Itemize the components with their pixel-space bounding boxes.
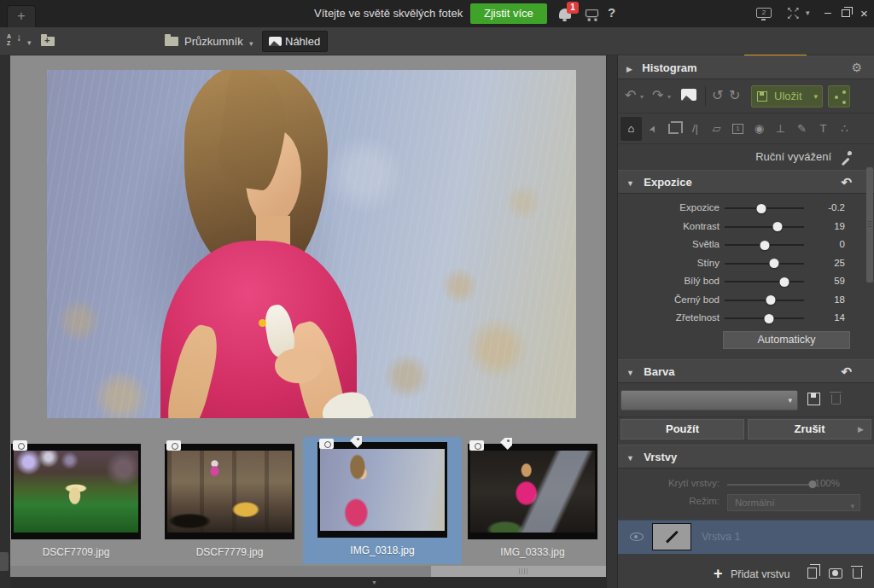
save-chevron-icon[interactable]: ▾ (813, 86, 818, 107)
undo-chevron-icon[interactable]: ▾ (640, 93, 644, 101)
histogram-title: Histogram (642, 61, 696, 74)
thumbnail-frame[interactable] (318, 442, 447, 538)
reset-exposure-icon[interactable]: ↶ (841, 171, 852, 194)
more-tools-icon[interactable]: ∴ (834, 117, 855, 141)
scrollbar-grip (868, 221, 871, 228)
straighten-tool-icon[interactable]: /| (685, 117, 706, 141)
explorer-chevron-icon[interactable]: ▾ (249, 39, 253, 48)
crop-tool-icon[interactable] (663, 117, 685, 141)
histogram-section-header[interactable]: ▶ Histogram ⚙ (618, 55, 874, 79)
fill-tool-icon[interactable]: ⊥ (770, 117, 791, 141)
slider-thumb[interactable] (779, 277, 789, 287)
add-layer-plus-icon[interactable]: + (714, 565, 723, 583)
slider-track[interactable] (725, 281, 804, 282)
explorer-folder-icon[interactable] (165, 37, 178, 46)
slider-thumb[interactable] (765, 314, 774, 323)
apply-button[interactable]: Použít (621, 419, 744, 440)
filmstrip-item[interactable]: DSCF7779.jpg (165, 444, 294, 558)
shop-cart-icon[interactable] (586, 9, 599, 17)
second-monitor-icon[interactable]: 2 (756, 8, 772, 18)
save-button[interactable]: Uložit ▾ (751, 85, 823, 108)
panel-scrollbar[interactable] (865, 58, 874, 585)
layers-section-header[interactable]: ▼ Vrstvy (618, 445, 874, 469)
collapse-filmstrip-icon[interactable]: ▼ (371, 579, 377, 585)
close-button[interactable]: × (860, 6, 868, 20)
slider-track[interactable] (725, 263, 804, 265)
preset-dropdown[interactable]: ▾ (621, 390, 798, 410)
sort-chevron-icon[interactable]: ▾ (27, 38, 32, 47)
gear-icon[interactable]: ⚙ (851, 56, 862, 79)
eyedropper-icon[interactable] (840, 151, 852, 163)
undo-icon[interactable]: ↶ (625, 87, 636, 103)
deform-tool-icon[interactable]: ▱ (706, 117, 727, 141)
thumbnail-frame[interactable] (468, 444, 597, 539)
delete-layer-icon[interactable] (853, 568, 862, 579)
slider-track[interactable] (725, 317, 804, 319)
slider-track[interactable] (725, 207, 804, 209)
placement-tool-icon[interactable]: 1 (727, 117, 749, 141)
redo-chevron-icon[interactable]: ▾ (667, 93, 671, 101)
preview-button[interactable]: Náhled (262, 31, 328, 52)
sort-icon[interactable]: AZ↓ (7, 33, 11, 47)
filmstrip-item-selected[interactable]: IMG_0318.jpg (318, 442, 447, 556)
rotate-left-icon[interactable]: ↺ (712, 87, 723, 103)
slider-track[interactable] (725, 300, 804, 301)
save-preset-icon[interactable] (807, 393, 820, 405)
fullscreen-icon[interactable]: ↖↗ ↙↘ (787, 7, 801, 20)
slider-track[interactable] (725, 226, 804, 228)
duplicate-layer-icon[interactable] (807, 568, 817, 579)
explorer-label[interactable]: Průzkumník (184, 35, 243, 48)
left-panel-handle[interactable] (0, 552, 9, 571)
slider-value: 59 (834, 276, 845, 286)
layer-thumbnail[interactable] (652, 523, 691, 550)
horizontal-scrollbar[interactable] (10, 566, 606, 577)
show-original-icon[interactable] (681, 89, 696, 101)
minimize-button[interactable]: – (821, 7, 835, 20)
panel-collapse-arrow-icon[interactable]: ▶ (858, 425, 864, 434)
help-icon[interactable]: ? (608, 5, 615, 20)
welcome-text: Vítejte ve světě skvělých fotek (314, 7, 463, 20)
layer-mask-icon[interactable] (829, 568, 842, 579)
slider-thumb[interactable] (760, 241, 769, 250)
main-photo[interactable] (47, 70, 576, 418)
reset-color-icon[interactable]: ↶ (841, 360, 852, 383)
slider-thumb[interactable] (769, 259, 778, 268)
slider-thumb[interactable] (766, 295, 775, 305)
mode-label: Režim: (689, 496, 720, 506)
panel-scrollbar-thumb[interactable] (866, 167, 873, 282)
restore-window-button[interactable] (842, 9, 850, 17)
opacity-slider (727, 484, 815, 486)
color-section-header[interactable]: ▼ Barva ↶ (618, 359, 874, 383)
red-eye-tool-icon[interactable]: ◉ (749, 117, 770, 141)
horizontal-scrollbar-thumb[interactable] (431, 566, 606, 577)
layer-visibility-eye-icon[interactable] (630, 533, 644, 541)
tools-row: ⌂ ➤ /| ▱ 1 ◉ ⊥ ✎ T ∴ (618, 114, 874, 144)
slider-thumb[interactable] (773, 222, 783, 231)
filmstrip-item[interactable]: IMG_0333.jpg (468, 444, 597, 558)
slider-value: 0 (840, 239, 845, 249)
slider-value: 19 (834, 221, 845, 231)
redo-icon[interactable]: ↷ (652, 87, 663, 103)
fullscreen-chevron-icon[interactable]: ▾ (806, 9, 810, 17)
slider-row: Zřetelnost 14 (618, 309, 874, 328)
text-tool-icon[interactable]: T (813, 117, 834, 141)
panel-splitter[interactable] (606, 55, 618, 588)
manual-balance-label[interactable]: Ruční vyvážení (755, 150, 831, 163)
slider-track[interactable] (725, 244, 804, 246)
thumbnail-frame[interactable] (165, 444, 294, 539)
filmstrip-item[interactable]: DSCF7709.jpg (11, 444, 141, 558)
rotate-right-icon[interactable]: ↻ (729, 87, 740, 103)
thumbnail-frame[interactable] (11, 444, 141, 539)
add-layer-label[interactable]: Přidat vrstvu (731, 568, 790, 580)
cancel-button[interactable]: Zrušit (748, 419, 871, 440)
exposure-section-header[interactable]: ▼ Expozice ↶ (618, 170, 874, 194)
retouch-tool-icon[interactable]: ✎ (791, 117, 813, 141)
learn-more-button[interactable]: Zjistit více (470, 3, 547, 24)
automatic-button[interactable]: Automaticky (723, 331, 850, 349)
delete-preset-icon[interactable] (831, 394, 841, 405)
slider-thumb[interactable] (756, 204, 766, 213)
new-folder-icon[interactable] (41, 37, 55, 46)
new-tab-button[interactable]: + (7, 5, 36, 27)
share-button[interactable] (828, 85, 850, 108)
layer-row[interactable]: Vrstva 1 (618, 520, 874, 554)
